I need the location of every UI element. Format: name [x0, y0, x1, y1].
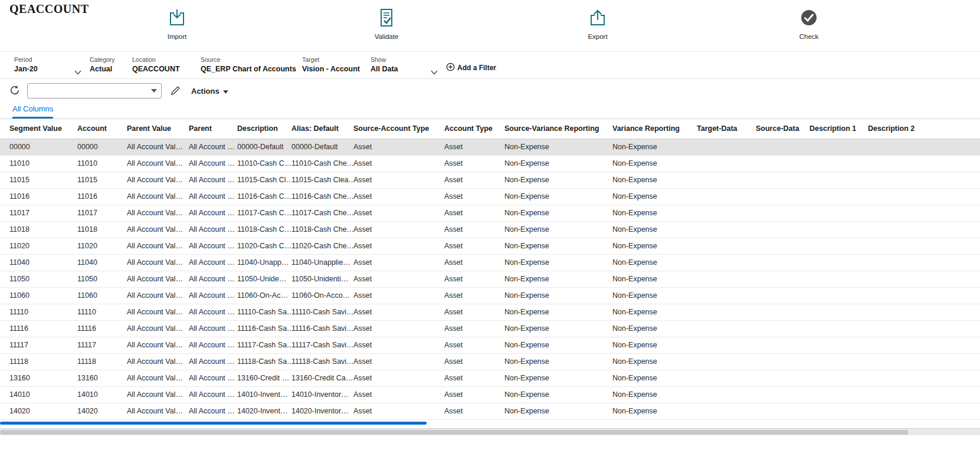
table-cell[interactable]: Asset	[444, 254, 504, 271]
table-cell[interactable]	[756, 370, 809, 386]
member-search-input[interactable]	[28, 84, 147, 98]
table-cell[interactable]	[697, 139, 756, 155]
table-cell[interactable]: Asset	[444, 188, 504, 205]
table-cell[interactable]	[809, 304, 868, 320]
table-cell[interactable]: 14020	[77, 403, 127, 419]
table-cell[interactable]: All Account Val…	[127, 353, 189, 370]
table-cell[interactable]: Asset	[353, 370, 444, 386]
table-cell[interactable]: 11117	[77, 337, 127, 353]
table-cell[interactable]: Non-Expense	[612, 271, 697, 287]
member-combobox[interactable]	[27, 83, 162, 98]
table-cell[interactable]	[697, 337, 756, 353]
column-header[interactable]: Parent Value	[127, 119, 189, 139]
table-cell[interactable]: 00000	[77, 139, 127, 155]
table-cell[interactable]: 11020-Cash Che…	[291, 238, 353, 254]
table-cell[interactable]: Asset	[353, 287, 444, 304]
horizontal-scrollbar-thumb[interactable]	[0, 422, 427, 425]
column-header[interactable]: Variance Reporting	[612, 119, 697, 139]
table-cell[interactable]: Non-Expense	[504, 271, 612, 287]
table-cell[interactable]: 11015-Cash Cl…	[237, 172, 291, 188]
table-cell[interactable]: 00000	[0, 139, 77, 155]
table-cell[interactable]: 11050-Unide…	[237, 271, 291, 287]
table-cell[interactable]: All Account Val…	[127, 254, 189, 271]
table-cell[interactable]: All Account …	[189, 287, 237, 304]
table-cell[interactable]: All Account …	[189, 221, 237, 238]
table-cell[interactable]	[809, 320, 868, 337]
table-cell[interactable]	[809, 172, 868, 188]
table-cell[interactable]	[809, 337, 868, 353]
table-cell[interactable]: All Account …	[189, 205, 237, 221]
column-header[interactable]: Description 1	[809, 119, 868, 139]
table-cell[interactable]	[697, 370, 756, 386]
table-cell[interactable]: Non-Expense	[504, 320, 612, 337]
table-cell[interactable]	[868, 320, 980, 337]
table-cell[interactable]	[868, 205, 980, 221]
page-scrollbar[interactable]	[0, 428, 980, 435]
column-header[interactable]: Account Type	[444, 119, 504, 139]
table-cell[interactable]: Non-Expense	[504, 221, 612, 238]
table-cell[interactable]	[697, 172, 756, 188]
table-cell[interactable]	[868, 238, 980, 254]
table-cell[interactable]	[697, 320, 756, 337]
table-cell[interactable]	[868, 221, 980, 238]
table-cell[interactable]	[868, 188, 980, 205]
table-cell[interactable]: All Account Val…	[127, 386, 189, 403]
table-cell[interactable]: All Account Val…	[127, 320, 189, 337]
table-cell[interactable]: 11017-Cash C…	[237, 205, 291, 221]
table-row[interactable]: 1101511015All Account Val…All Account …1…	[0, 172, 980, 188]
table-cell[interactable]: 11117-Cash Sa…	[237, 337, 291, 353]
table-cell[interactable]: 11040	[0, 254, 77, 271]
table-cell[interactable]	[809, 370, 868, 386]
table-cell[interactable]: All Account …	[189, 254, 237, 271]
table-cell[interactable]	[868, 172, 980, 188]
table-cell[interactable]: 11015	[0, 172, 77, 188]
table-cell[interactable]: All Account Val…	[127, 337, 189, 353]
table-cell[interactable]: 13160-Credit Ca…	[291, 370, 353, 386]
table-cell[interactable]	[697, 188, 756, 205]
table-cell[interactable]	[809, 205, 868, 221]
table-cell[interactable]	[868, 370, 980, 386]
table-cell[interactable]: 11118	[77, 353, 127, 370]
table-cell[interactable]: Asset	[353, 320, 444, 337]
table-cell[interactable]: 14010	[77, 386, 127, 403]
table-cell[interactable]: 11050	[0, 271, 77, 287]
refresh-icon[interactable]	[9, 85, 21, 97]
column-header[interactable]: Description	[237, 119, 291, 139]
table-cell[interactable]: 11110	[77, 304, 127, 320]
table-cell[interactable]: All Account Val…	[127, 205, 189, 221]
table-cell[interactable]: 14020	[0, 403, 77, 419]
table-cell[interactable]	[809, 287, 868, 304]
table-cell[interactable]	[868, 337, 980, 353]
table-cell[interactable]: 11018	[0, 221, 77, 238]
table-cell[interactable]: 13160	[0, 370, 77, 386]
table-cell[interactable]: Non-Expense	[612, 188, 697, 205]
horizontal-scrollbar[interactable]	[0, 421, 980, 425]
export-button[interactable]: Export	[571, 8, 624, 40]
table-cell[interactable]	[697, 205, 756, 221]
table-cell[interactable]: 11050-Unidenti…	[291, 271, 353, 287]
table-cell[interactable]: Asset	[444, 205, 504, 221]
table-cell[interactable]	[756, 254, 809, 271]
table-cell[interactable]: All Account …	[189, 188, 237, 205]
table-cell[interactable]: Asset	[444, 353, 504, 370]
table-cell[interactable]	[697, 271, 756, 287]
table-cell[interactable]: Asset	[353, 155, 444, 172]
table-cell[interactable]: Non-Expense	[504, 205, 612, 221]
table-cell[interactable]	[809, 221, 868, 238]
table-row[interactable]: 1104011040All Account Val…All Account …1…	[0, 254, 980, 271]
table-cell[interactable]: 13160	[77, 370, 127, 386]
table-cell[interactable]: Asset	[444, 238, 504, 254]
table-cell[interactable]	[697, 221, 756, 238]
table-cell[interactable]: All Account Val…	[127, 221, 189, 238]
table-cell[interactable]: Non-Expense	[612, 304, 697, 320]
table-cell[interactable]: Asset	[444, 403, 504, 419]
table-cell[interactable]: Asset	[353, 386, 444, 403]
column-header[interactable]: Source-Data	[756, 119, 809, 139]
table-cell[interactable]: Non-Expense	[504, 370, 612, 386]
table-cell[interactable]: 11010	[0, 155, 77, 172]
table-cell[interactable]	[756, 155, 809, 172]
table-cell[interactable]: Non-Expense	[612, 386, 697, 403]
table-cell[interactable]: Non-Expense	[612, 403, 697, 419]
table-cell[interactable]: All Account …	[189, 139, 237, 155]
page-scrollbar-thumb[interactable]	[0, 430, 909, 435]
